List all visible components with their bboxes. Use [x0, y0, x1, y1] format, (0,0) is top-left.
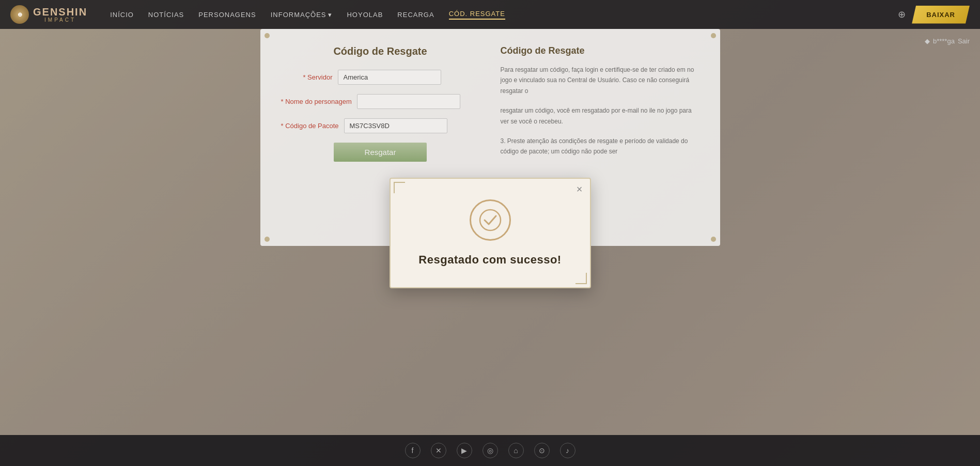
success-check-circle — [470, 199, 511, 241]
close-button[interactable]: × — [577, 184, 583, 194]
svg-point-0 — [480, 210, 501, 230]
check-icon — [479, 209, 502, 231]
success-modal: × Resgatado com sucesso! — [390, 178, 591, 288]
success-message: Resgatado com sucesso! — [418, 253, 561, 267]
success-modal-overlay: × Resgatado com sucesso! — [0, 0, 980, 466]
